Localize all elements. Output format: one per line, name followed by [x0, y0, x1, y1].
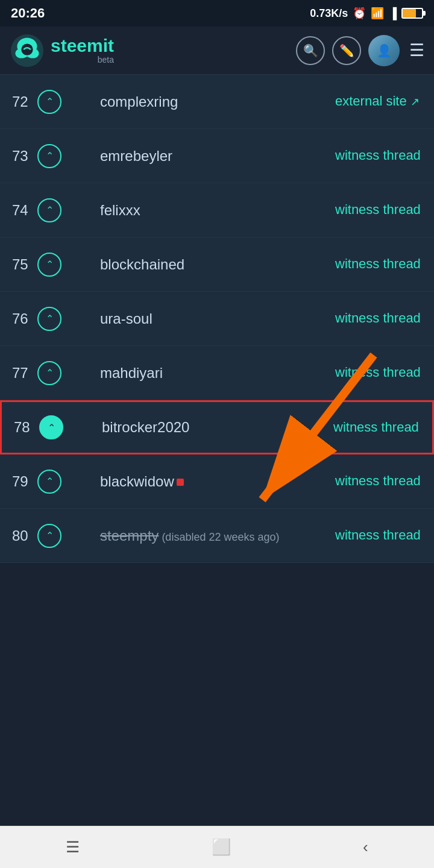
table-row[interactable]: 75⌃blockchainedwitness thread [0, 237, 434, 292]
signal-icon: ▐ [389, 7, 397, 20]
table-row[interactable]: 76⌃ura-soulwitness thread [0, 292, 434, 346]
witness-name-cell: steempty (disabled 22 weeks ago) [90, 527, 326, 544]
table-row[interactable]: 80⌃steempty (disabled 22 weeks ago)witne… [0, 509, 434, 563]
edit-icon: ✏️ [339, 43, 354, 58]
header-actions: 🔍 ✏️ 👤 ☰ [296, 35, 424, 66]
vote-button[interactable]: ⌃ [37, 144, 61, 168]
chevron-up-icon: ⌃ [46, 96, 54, 107]
table-row[interactable]: 74⌃felixxxwitness thread [0, 183, 434, 237]
table-row[interactable]: 79⌃blackwidowwitness thread [0, 454, 434, 509]
witness-thread-label: witness thread [335, 148, 421, 163]
logo-name: steemit [51, 37, 114, 55]
menu-button[interactable]: ☰ [409, 40, 424, 60]
external-site-label: external site [335, 93, 407, 108]
nav-back-icon[interactable]: ‹ [363, 838, 368, 857]
witness-table: 72⌃complexringexternal site ↗73⌃emrebeyl… [0, 75, 434, 563]
witness-link[interactable]: witness thread [326, 310, 434, 327]
rank-cell: 74⌃ [0, 198, 90, 222]
logo-beta: beta [51, 55, 114, 64]
vote-button[interactable]: ⌃ [37, 524, 61, 548]
table-row[interactable]: 77⌃mahdiyariwitness thread [0, 346, 434, 400]
wifi-icon: 📶 [371, 7, 384, 20]
witness-name-cell: mahdiyari [90, 365, 326, 382]
rank-number: 73 [12, 148, 31, 165]
rank-cell: 77⌃ [0, 361, 90, 385]
chevron-up-icon: ⌃ [46, 476, 54, 487]
witness-thread-label: witness thread [335, 310, 421, 326]
witness-link[interactable]: witness thread [326, 256, 434, 273]
witness-link[interactable]: witness thread [326, 147, 434, 165]
rank-cell: 73⌃ [0, 144, 90, 168]
status-icons: 0.73K/s ⏰ 📶 ▐ [310, 7, 423, 20]
witness-name-cell: blockchained [90, 256, 326, 273]
status-bar: 20:26 0.73K/s ⏰ 📶 ▐ [0, 0, 434, 27]
witness-link[interactable]: external site ↗ [326, 93, 434, 110]
rank-number: 75 [12, 256, 31, 273]
table-row[interactable]: 73⌃emrebeylerwitness thread [0, 129, 434, 183]
vote-button[interactable]: ⌃ [37, 253, 61, 277]
chevron-up-icon: ⌃ [46, 259, 54, 270]
chevron-up-icon: ⌃ [46, 313, 54, 324]
witness-link[interactable]: witness thread [326, 473, 434, 490]
witness-thread-label: witness thread [335, 365, 421, 380]
witness-thread-label: witness thread [335, 202, 421, 217]
network-speed: 0.73K/s [310, 7, 348, 20]
witness-name-cell: ura-soul [90, 310, 326, 327]
logo-area: steemit beta [10, 33, 296, 68]
edit-button[interactable]: ✏️ [332, 36, 361, 65]
rank-number: 77 [12, 365, 31, 382]
vote-button[interactable]: ⌃ [37, 307, 61, 331]
red-dot-indicator [177, 479, 184, 486]
logo-text: steemit beta [51, 37, 114, 64]
witness-name-cell: bitrocker2020 [92, 419, 324, 436]
witness-link[interactable]: witness thread [326, 527, 434, 544]
witness-name-cell: emrebeyler [90, 148, 326, 165]
search-icon: 🔍 [303, 43, 318, 58]
rank-number: 74 [12, 202, 31, 219]
witness-name-cell: felixxx [90, 202, 326, 219]
witness-thread-label: witness thread [335, 256, 421, 271]
chevron-up-icon: ⌃ [46, 367, 54, 379]
steemit-logo-icon [10, 33, 45, 68]
witness-link[interactable]: witness thread [326, 201, 434, 219]
vote-button[interactable]: ⌃ [37, 90, 61, 114]
battery-icon [401, 8, 423, 19]
table-row[interactable]: 72⌃complexringexternal site ↗ [0, 75, 434, 129]
rank-cell: 72⌃ [0, 90, 90, 114]
nav-menu-icon[interactable]: ☰ [66, 838, 80, 857]
chevron-up-icon: ⌃ [46, 150, 54, 162]
chevron-up-icon: ⌃ [46, 204, 54, 216]
vote-button[interactable]: ⌃ [37, 198, 61, 222]
vote-button[interactable]: ⌃ [37, 361, 61, 385]
rank-number: 80 [12, 527, 31, 544]
alarm-icon: ⏰ [353, 7, 366, 20]
rank-number: 72 [12, 93, 31, 110]
external-link-icon: ↗ [410, 96, 420, 108]
chevron-up-icon: ⌃ [48, 422, 55, 433]
witness-link[interactable]: witness thread [324, 419, 432, 436]
search-button[interactable]: 🔍 [296, 36, 325, 65]
rank-number: 79 [12, 473, 31, 490]
avatar-image: 👤 [368, 35, 400, 66]
witness-list-container: 72⌃complexringexternal site ↗73⌃emrebeyl… [0, 75, 434, 605]
rank-cell: 78⌃ [2, 415, 92, 439]
table-row[interactable]: 78⌃bitrocker2020witness thread [0, 400, 434, 454]
witness-link[interactable]: witness thread [326, 364, 434, 382]
witness-name-cell: blackwidow [90, 473, 326, 490]
nav-home-icon[interactable]: ⬜ [212, 838, 231, 857]
rank-cell: 75⌃ [0, 253, 90, 277]
app-header: steemit beta 🔍 ✏️ 👤 ☰ [0, 27, 434, 75]
rank-number: 78 [14, 419, 33, 436]
bottom-nav: ☰ ⬜ ‹ [0, 826, 434, 868]
witness-thread-label: witness thread [333, 420, 419, 435]
rank-cell: 79⌃ [0, 470, 90, 494]
rank-number: 76 [12, 310, 31, 327]
chevron-up-icon: ⌃ [46, 530, 54, 541]
disabled-note: (disabled 22 weeks ago) [159, 531, 279, 543]
rank-cell: 76⌃ [0, 307, 90, 331]
svg-point-1 [21, 43, 33, 55]
witness-name-cell: complexring [90, 93, 326, 110]
avatar[interactable]: 👤 [368, 35, 400, 66]
vote-button[interactable]: ⌃ [39, 415, 63, 439]
vote-button[interactable]: ⌃ [37, 470, 61, 494]
